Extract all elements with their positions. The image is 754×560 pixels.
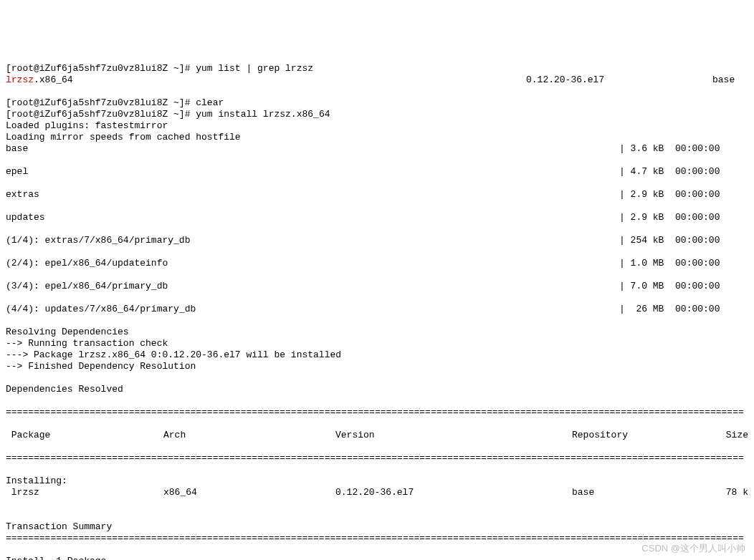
fetch-row: (4/4): updates/7/x86_64/primary_db| 26 M… — [6, 304, 748, 315]
command: yum install lrzsz.x86_64 — [196, 109, 330, 120]
command: clear — [196, 97, 224, 108]
fetch-row: (3/4): epel/x86_64/primary_db| 7.0 MB 00… — [6, 281, 748, 292]
output-line: Loading mirror speeds from cached hostfi… — [6, 132, 241, 143]
separator: ========================================… — [6, 407, 748, 418]
pkg-name: lrzsz — [6, 74, 34, 85]
repo-row: extras| 2.9 kB 00:00:00 — [6, 189, 748, 201]
table-header: PackageArchVersionRepositorySize — [6, 430, 748, 441]
prompt: [root@iZuf6ja5shf7zu0vz8lui8Z ~]# — [6, 63, 196, 74]
output-line: Loaded plugins: fastestmirror — [6, 120, 168, 131]
section-label: Installing: — [6, 475, 67, 486]
output-line: ---> Package lrzsz.x86_64 0:0.12.20-36.e… — [6, 349, 341, 360]
output-line: Resolving Dependencies — [6, 327, 129, 337]
pkg-version: 0.12.20-36.el7 — [526, 74, 712, 86]
prompt: [root@iZuf6ja5shf7zu0vz8lui8Z ~]# — [6, 109, 196, 120]
section-label: Transaction Summary — [6, 521, 112, 532]
blank-line — [6, 510, 11, 521]
repo-row: updates| 2.9 kB 00:00:00 — [6, 212, 748, 223]
terminal-output[interactable]: [root@iZuf6ja5shf7zu0vz8lui8Z ~]# yum li… — [6, 52, 748, 560]
fetch-row: (2/4): epel/x86_64/updateinfo| 1.0 MB 00… — [6, 258, 748, 269]
separator: ========================================… — [6, 533, 748, 544]
blank-line — [6, 395, 11, 406]
output-line: Dependencies Resolved — [6, 384, 123, 395]
output-line: --> Finished Dependency Resolution — [6, 361, 196, 372]
pkg-repo: base — [712, 74, 748, 86]
output-line: --> Running transaction check — [6, 338, 168, 349]
pkg-suffix: .x86_64 — [34, 74, 73, 85]
output-line: Install 1 Package — [6, 556, 106, 560]
fetch-row: (1/4): extras/7/x86_64/primary_db| 254 k… — [6, 235, 748, 246]
list-row: lrzsz.x86_640.12.20-36.el7base — [6, 74, 748, 86]
table-row: lrzszx86_640.12.20-36.el7base78 k — [6, 487, 748, 498]
separator: ========================================… — [6, 453, 748, 464]
repo-row: epel| 4.7 kB 00:00:00 — [6, 166, 748, 178]
blank-line — [6, 372, 11, 383]
repo-row: base| 3.6 kB 00:00:00 — [6, 143, 748, 155]
prompt: [root@iZuf6ja5shf7zu0vz8lui8Z ~]# — [6, 97, 196, 108]
command: yum list | grep lrzsz — [196, 63, 313, 74]
watermark: CSDN @这个男人叫小帅 — [641, 543, 745, 554]
